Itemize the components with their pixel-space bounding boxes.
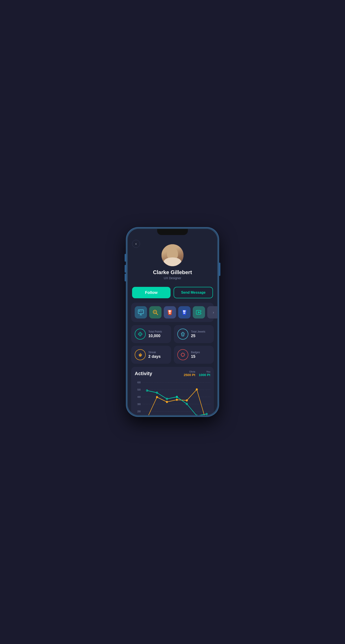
avatar	[162, 244, 183, 266]
svg-text:200: 200	[137, 410, 141, 413]
jewels-value: 25	[191, 334, 205, 338]
chevron-right-icon: ›	[213, 310, 214, 315]
user-name: Clarke Gillebert	[153, 269, 192, 276]
olivia-dot-tue	[156, 396, 158, 398]
activity-title: Activity	[135, 371, 152, 376]
profile-section: Clarke Gillebert UX Designer	[128, 238, 217, 287]
svg-line-12	[201, 314, 201, 314]
legend-olivia: Olivia 2500 Pt	[184, 370, 195, 377]
follow-button[interactable]: Follow	[132, 287, 171, 298]
svg-line-11	[201, 311, 201, 311]
olivia-dot-fri	[186, 399, 188, 402]
back-button[interactable]: ‹	[132, 240, 140, 248]
send-message-button[interactable]: Send Message	[174, 287, 213, 298]
avatar-image	[162, 244, 183, 266]
phone-screen: ‹ Clarke Gillebert UX Designer Follow Se…	[128, 229, 217, 415]
stat-card-badges: Badges 15	[174, 346, 214, 364]
olivia-value: 2500 Pt	[184, 373, 195, 377]
notch	[157, 229, 188, 235]
jewels-info: Total Jewels 25	[191, 330, 205, 338]
streak-label: Streak	[148, 351, 161, 354]
svg-rect-2	[141, 310, 143, 311]
legend-you: You 1000 Pt	[199, 370, 210, 377]
svg-text:500: 500	[137, 388, 141, 391]
badges-icon	[177, 349, 188, 360]
phone-frame: ‹ Clarke Gillebert UX Designer Follow Se…	[126, 228, 219, 416]
svg-text:400: 400	[137, 396, 141, 398]
activity-legend: Olivia 2500 Pt You 1000 Pt	[184, 370, 210, 377]
you-dot-thu	[176, 396, 178, 398]
svg-rect-1	[139, 310, 140, 312]
olivia-dot-sat	[196, 388, 198, 390]
olivia-line	[147, 390, 207, 415]
streak-icon	[135, 349, 146, 360]
badges-value: 15	[191, 354, 200, 359]
stats-grid: Total Points 10,000 Total Jewels 25	[131, 325, 214, 364]
points-info: Total Points 10,000	[148, 330, 162, 338]
activity-header: Activity Olivia 2500 Pt You 1000 Pt	[135, 370, 210, 377]
skills-card: ›	[131, 303, 214, 322]
chart-container: 600 500 400 300 200 100 0 Mon Tue Wed Th…	[135, 380, 210, 415]
badges-info: Badges 15	[191, 351, 200, 359]
activity-card: Activity Olivia 2500 Pt You 1000 Pt	[131, 367, 214, 415]
skill-icon-css[interactable]	[178, 306, 191, 318]
jewels-icon	[177, 328, 188, 340]
olivia-dot-wed	[166, 401, 168, 403]
points-icon	[135, 328, 146, 340]
jewels-label: Total Jewels	[191, 330, 205, 333]
points-label: Total Points	[148, 330, 162, 333]
svg-text:600: 600	[137, 381, 141, 384]
you-name: You	[206, 370, 210, 373]
stat-card-points: Total Points 10,000	[131, 325, 171, 343]
screen-content: Clarke Gillebert UX Designer Follow Send…	[128, 229, 217, 415]
stat-card-streak: Streak 2 days	[131, 346, 171, 364]
olivia-name: Olivia	[189, 370, 195, 373]
svg-marker-10	[198, 311, 200, 314]
svg-point-13	[140, 356, 141, 356]
skill-more-button[interactable]: ›	[207, 306, 217, 318]
streak-value: 2 days	[148, 354, 161, 359]
you-value: 1000 Pt	[199, 373, 210, 377]
olivia-dot-thu	[176, 399, 178, 401]
points-value: 10,000	[148, 334, 162, 338]
streak-info: Streak 2 days	[148, 351, 161, 359]
skill-icon-video[interactable]	[193, 306, 205, 318]
skill-icon-ui[interactable]	[135, 306, 147, 318]
skill-icon-search[interactable]	[149, 306, 162, 318]
svg-text:300: 300	[137, 403, 141, 406]
badges-label: Badges	[191, 351, 200, 354]
svg-point-8	[154, 311, 156, 313]
you-dot-sat	[196, 415, 198, 415]
svg-line-7	[156, 313, 158, 315]
skill-icon-html[interactable]	[164, 306, 176, 318]
activity-chart: 600 500 400 300 200 100 0 Mon Tue Wed Th…	[135, 380, 210, 415]
stat-card-jewels: Total Jewels 25	[174, 325, 214, 343]
svg-rect-3	[141, 311, 142, 312]
action-buttons: Follow Send Message	[128, 287, 217, 298]
user-title: UX Designer	[164, 276, 181, 280]
back-icon: ‹	[135, 242, 136, 246]
